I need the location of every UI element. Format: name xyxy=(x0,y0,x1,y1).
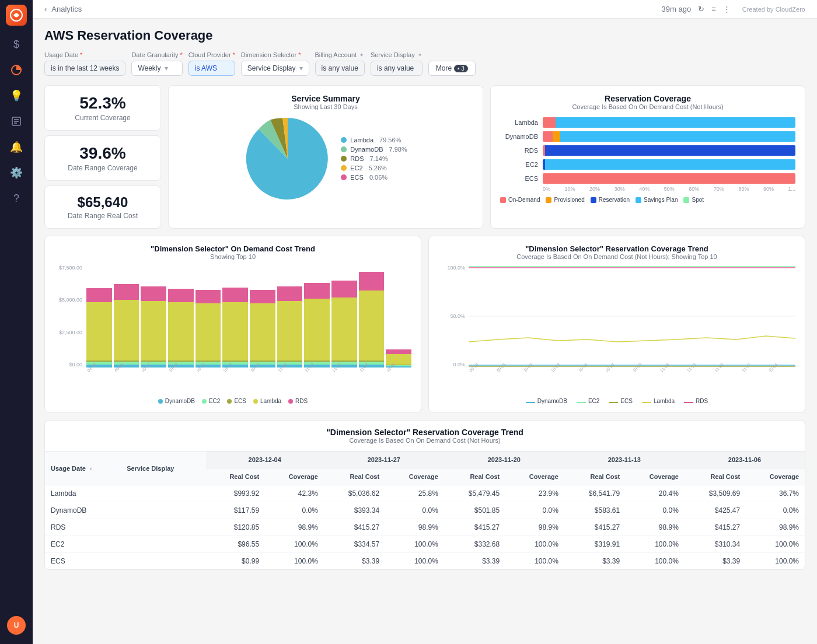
chevron-down-icon: ▾ xyxy=(299,64,303,72)
usage-date-chip[interactable]: is in the last 12 weeks xyxy=(44,61,125,76)
current-coverage-label: Current Coverage xyxy=(54,114,151,122)
coverage-cell: 0.0% xyxy=(746,502,805,519)
cost-cell: $3.39 xyxy=(444,553,505,570)
sidebar-item-reports[interactable] xyxy=(5,110,28,133)
content-area: AWS Reservation Coverage Usage Date* is … xyxy=(33,19,817,644)
date-granularity-filter: Date Granularity* Weekly ▾ xyxy=(131,51,182,76)
coverage-cell: 0.0% xyxy=(385,502,444,519)
coverage-cell: 100.0% xyxy=(746,536,805,553)
line-chart-svg xyxy=(469,265,795,368)
more-filters-button[interactable]: More • 3 xyxy=(428,61,476,76)
more-filters-group: more More • 3 xyxy=(428,51,476,76)
page-title: AWS Reservation Coverage xyxy=(44,28,805,43)
coverage-cell: 100.0% xyxy=(746,553,805,570)
coverage-trend-subtitle: Coverage Is Based On On Demand Cost (Not… xyxy=(438,253,795,260)
col-real-cost-1: Real Cost xyxy=(206,468,266,485)
sidebar-item-billing[interactable]: $ xyxy=(5,33,28,56)
more-options-icon[interactable]: ⋮ xyxy=(723,5,731,13)
cost-cell: $0.99 xyxy=(206,553,266,570)
table-row: ECS $0.99 100.0% $3.39 100.0% $3.39 100.… xyxy=(45,553,805,570)
timestamp: 39m ago xyxy=(662,5,692,13)
link-icon xyxy=(358,52,364,58)
col-date-5: 2023-11-06 xyxy=(685,452,805,468)
service-display-chip[interactable]: is any value xyxy=(371,61,423,76)
filters-row: Usage Date* is in the last 12 weeks Date… xyxy=(44,51,805,76)
chevron-down-icon: ▾ xyxy=(165,64,168,72)
col-real-cost-4: Real Cost xyxy=(564,468,626,485)
table-header: "Dimension Selector" Reservation Coverag… xyxy=(45,421,805,452)
coverage-cell: 36.7% xyxy=(746,485,805,502)
trend-section: "Dimension Selector" On Demand Cost Tren… xyxy=(44,236,805,413)
filter-icon[interactable]: ≡ xyxy=(711,5,716,13)
cost-cell: $5,036.62 xyxy=(324,485,385,502)
col-date-4: 2023-11-13 xyxy=(564,452,685,468)
coverage-trend-title: "Dimension Selector" Reservation Coverag… xyxy=(438,244,795,253)
sidebar-item-help[interactable]: ? xyxy=(5,187,28,210)
sidebar-item-analytics[interactable] xyxy=(5,58,28,82)
billing-account-chip[interactable]: is any value xyxy=(315,61,365,76)
col-coverage-5: Coverage xyxy=(746,468,805,485)
col-usage-date[interactable]: Usage Date ‹ xyxy=(45,452,121,485)
cost-cell: $117.59 xyxy=(206,502,266,519)
date-range-cost-label: Date Range Real Cost xyxy=(54,212,151,220)
col-coverage-3: Coverage xyxy=(505,468,564,485)
cost-cell: $583.61 xyxy=(564,502,626,519)
service-summary-card: Service Summary Showing Last 30 Days xyxy=(168,85,483,229)
cost-cell: $415.27 xyxy=(685,519,746,536)
sidebar-item-insights[interactable]: 💡 xyxy=(5,84,28,107)
created-by: Created by CloudZero xyxy=(742,6,805,13)
app-logo[interactable] xyxy=(6,5,27,26)
demand-trend-subtitle: Showing Top 10 xyxy=(54,253,411,260)
col-service-display[interactable]: Service Display xyxy=(121,452,205,485)
cost-cell: $3.39 xyxy=(324,553,385,570)
user-avatar[interactable]: U xyxy=(7,616,26,635)
coverage-cell: 0.0% xyxy=(505,502,564,519)
table-row: EC2 $96.55 100.0% $334.57 100.0% $332.68… xyxy=(45,536,805,553)
pie-chart-container: Lambda79.56% DynamoDB7.98% RDS7.14% EC25… xyxy=(178,115,473,202)
cost-cell: $425.47 xyxy=(685,502,746,519)
cost-cell: $3,509.69 xyxy=(685,485,746,502)
col-real-cost-2: Real Cost xyxy=(324,468,385,485)
coverage-cell: 98.9% xyxy=(265,519,324,536)
provisioned-label: Provisioned xyxy=(554,197,584,203)
sidebar-item-alerts[interactable]: 🔔 xyxy=(5,135,28,159)
dimension-selector-select[interactable]: Service Display ▾ xyxy=(241,61,309,76)
cost-cell: $5,479.45 xyxy=(444,485,505,502)
coverage-cell: 20.4% xyxy=(626,485,685,502)
col-date-1: 2023-12-04 xyxy=(206,452,324,468)
table-row: RDS $120.85 98.9% $415.27 98.9% $415.27 … xyxy=(45,519,805,536)
cost-cell: $334.57 xyxy=(324,536,385,553)
table-subtitle: Coverage Is Based On On Demand Cost (Not… xyxy=(54,437,795,444)
cloud-provider-chip[interactable]: is AWS xyxy=(188,61,235,76)
cost-cell: $415.27 xyxy=(564,519,626,536)
cost-cell: $993.92 xyxy=(206,485,266,502)
cost-cell: $6,541.79 xyxy=(564,485,626,502)
col-real-cost-5: Real Cost xyxy=(685,468,746,485)
cost-cell: $3.39 xyxy=(564,553,626,570)
coverage-cell: 100.0% xyxy=(265,536,324,553)
cloud-provider-filter: Cloud Provider* is AWS xyxy=(188,51,235,76)
date-range-coverage-card: 39.6% Date Range Coverage xyxy=(44,135,161,181)
horizontal-bar-chart: Lambda DynamoDB RDS EC2 ECS xyxy=(500,115,795,186)
date-granularity-select[interactable]: Weekly ▾ xyxy=(131,61,182,76)
coverage-cell: 25.8% xyxy=(385,485,444,502)
service-cell: DynamoDB xyxy=(45,502,206,519)
coverage-trend-legend: DynamoDB EC2 ECS Lambda RDS xyxy=(438,398,795,404)
service-cell: Lambda xyxy=(45,485,206,502)
sidebar-item-settings[interactable]: ⚙️ xyxy=(5,161,28,184)
kpi-stack: 52.3% Current Coverage 39.6% Date Range … xyxy=(44,85,161,229)
billing-account-filter: Billing Account is any value xyxy=(315,51,365,76)
coverage-cell: 100.0% xyxy=(265,553,324,570)
coverage-cell: 98.9% xyxy=(746,519,805,536)
topbar: ‹ Analytics 39m ago ↻ ≡ ⋮ Created by Clo… xyxy=(33,0,817,19)
refresh-icon[interactable]: ↻ xyxy=(698,5,704,13)
service-display-filter: Service Display is any value xyxy=(371,51,423,76)
date-range-coverage-label: Date Range Coverage xyxy=(54,164,151,172)
coverage-cell: 0.0% xyxy=(265,502,324,519)
coverage-cell: 0.0% xyxy=(626,502,685,519)
table-row: Lambda $993.92 42.3% $5,036.62 25.8% $5,… xyxy=(45,485,805,502)
dimension-selector-filter: Dimension Selector* Service Display ▾ xyxy=(241,51,309,76)
back-arrow-icon[interactable]: ‹ xyxy=(44,5,47,13)
cost-cell: $415.27 xyxy=(444,519,505,536)
cost-cell: $501.85 xyxy=(444,502,505,519)
